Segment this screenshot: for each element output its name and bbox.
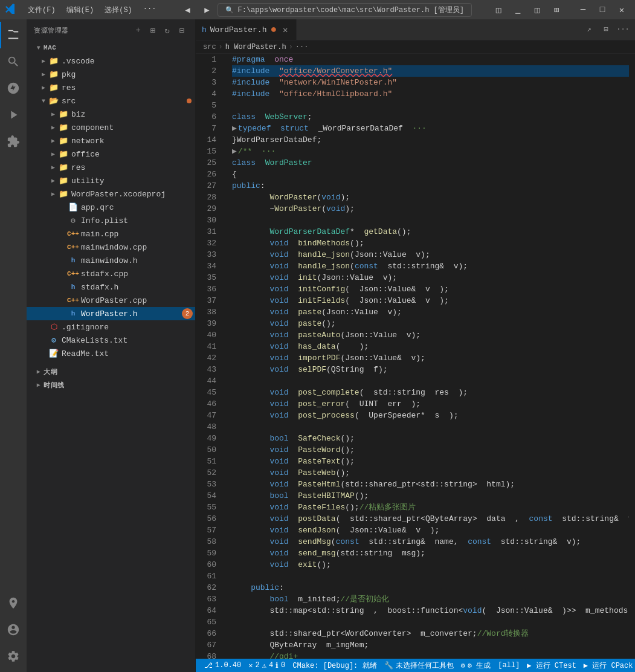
- activity-files[interactable]: [0, 22, 27, 48]
- code-line-40: void pasteAuto(Json::Value v);: [232, 329, 629, 341]
- status-git-branch[interactable]: ⎇ 1.0.40: [201, 659, 245, 672]
- tree-root-mac[interactable]: ▼ MAC: [27, 41, 195, 54]
- tree-item-network[interactable]: ▶ 📁 network: [27, 134, 195, 147]
- ln-14: 14: [198, 134, 216, 146]
- tree-section-outline[interactable]: ▶ 大纲: [27, 365, 195, 378]
- breadcrumb-src[interactable]: src: [203, 43, 216, 51]
- status-errors[interactable]: ✕ 2 ⚠ 4 ℹ 0: [245, 659, 289, 672]
- ln-27: 27: [198, 180, 216, 192]
- activity-account[interactable]: [0, 616, 27, 643]
- xcodeproj-label: WordPaster.xcodeproj: [71, 190, 195, 199]
- breadcrumb-file[interactable]: h WordPaster.h: [225, 43, 286, 51]
- new-folder-btn[interactable]: ⊞: [147, 24, 159, 36]
- refresh-btn[interactable]: ↻: [161, 24, 173, 36]
- tree-item-utility[interactable]: ▶ 📁 utility: [27, 174, 195, 187]
- network-arrow: ▶: [48, 137, 58, 144]
- activity-search[interactable]: [0, 48, 27, 75]
- fold-7[interactable]: ▶: [232, 123, 237, 134]
- tree-item-biz[interactable]: ▶ 📁 biz: [27, 108, 195, 121]
- ln-39: 39: [198, 318, 216, 329]
- new-file-btn[interactable]: +: [132, 24, 144, 36]
- menu-select[interactable]: 选择(S): [100, 4, 137, 16]
- struct-end-name: WordParserDataDef: [237, 134, 317, 146]
- tab-action-split[interactable]: ⊟: [599, 22, 613, 37]
- tree-item-stdafx-h[interactable]: ▶ h stdafx.h: [27, 280, 195, 294]
- tab-action-more[interactable]: ···: [616, 22, 630, 37]
- layout-btn-2[interactable]: ⎯: [509, 3, 526, 16]
- tree-item-app-qrc[interactable]: ▶ 📄 app.qrc: [27, 201, 195, 214]
- biz-label: biz: [71, 110, 195, 119]
- tree-section-timeline[interactable]: ▶ 时间线: [27, 378, 195, 392]
- tree-item-office[interactable]: ▶ 📁 office: [27, 147, 195, 161]
- tree-item-res-root[interactable]: ▶ 📁 res: [27, 81, 195, 94]
- tree-item-mainwindow-h[interactable]: ▶ h mainwindow.h: [27, 254, 195, 267]
- tree-item-vscode[interactable]: ▶ 📁 .vscode: [27, 54, 195, 68]
- editor-scrollbar[interactable]: [629, 54, 635, 659]
- wrench-icon: 🔧: [384, 661, 393, 670]
- status-run-cpack[interactable]: ▶ 运行 CPack: [580, 659, 635, 672]
- tree-item-mainwindow-cpp[interactable]: ▶ C++ mainwindow.cpp: [27, 241, 195, 254]
- status-cmake[interactable]: CMake: [Debug]: 就绪: [289, 659, 380, 672]
- tree-item-res-src[interactable]: ▶ 📁 res: [27, 161, 195, 174]
- tree-item-cmakelists[interactable]: ▶ ⚙ CMakeLists.txt: [27, 334, 195, 347]
- tree-item-gitignore[interactable]: ▶ ⬡ .gitignore: [27, 320, 195, 334]
- folder-icon: 📁: [58, 176, 69, 186]
- include-path-4: "office/HtmlClipboard.h": [279, 88, 392, 100]
- collapse-btn[interactable]: ⊟: [176, 24, 188, 36]
- activity-run[interactable]: [0, 102, 27, 128]
- tree-item-wordpaster-cpp[interactable]: ▶ C++ WordPaster.cpp: [27, 294, 195, 307]
- layout-btn-1[interactable]: ◫: [490, 3, 507, 16]
- status-run-ctest[interactable]: ▶ 运行 CTest: [523, 659, 580, 672]
- layout-btn-4[interactable]: ⊞: [548, 3, 565, 16]
- breadcrumb-more[interactable]: ···: [295, 43, 309, 51]
- fold-15[interactable]: ▶: [232, 146, 237, 157]
- tab-action-open-editors[interactable]: ↗: [582, 22, 596, 37]
- tab-wordpaster-h[interactable]: h WordPaster.h ● ✕: [196, 19, 297, 40]
- tab-close-btn[interactable]: ✕: [280, 25, 290, 34]
- ln-31: 31: [198, 226, 216, 237]
- activity-remote[interactable]: [0, 590, 27, 616]
- tree-item-readme[interactable]: ▶ 📝 ReadMe.txt: [27, 347, 195, 360]
- all-label: [all]: [498, 661, 520, 670]
- tree-item-component[interactable]: ▶ 📁 component: [27, 121, 195, 134]
- minimize-btn[interactable]: ─: [575, 3, 591, 16]
- code-content[interactable]: #pragma once #include "office/WordConver…: [222, 54, 629, 659]
- activity-git[interactable]: [0, 75, 27, 102]
- menu-more[interactable]: ···: [138, 4, 161, 16]
- nav-back-btn[interactable]: ◀: [179, 3, 196, 16]
- ln-58: 58: [198, 536, 216, 548]
- tree-item-pkg[interactable]: ▶ 📁 pkg: [27, 68, 195, 81]
- layout-btn-3[interactable]: ◫: [529, 3, 546, 16]
- code-line-26: {: [232, 169, 629, 180]
- fn-54: PasteHBITMAP: [298, 490, 355, 502]
- tree-item-main-cpp[interactable]: ▶ C++ main.cpp: [27, 227, 195, 241]
- code-line-39: void paste();: [232, 318, 629, 329]
- menu-file[interactable]: 文件(F): [23, 4, 60, 16]
- tree-item-src[interactable]: ▼ 📂 src: [27, 94, 195, 108]
- menu-edit[interactable]: 编辑(E): [62, 4, 99, 16]
- tree-item-xcodeproj[interactable]: ▶ 📁 WordPaster.xcodeproj: [27, 187, 195, 201]
- ln-44: 44: [198, 375, 216, 387]
- code-line-57: void sendJson( Json::Value& v );: [232, 525, 629, 536]
- build-label: ⚙ 生成: [468, 661, 491, 671]
- close-btn[interactable]: ✕: [613, 3, 630, 16]
- titlebar-path[interactable]: 🔍 F:\apps\wordpaster\code\mac\src\WordPa…: [218, 3, 471, 17]
- tree-item-stdafx-cpp[interactable]: ▶ C++ stdafx.cpp: [27, 267, 195, 280]
- maximize-btn[interactable]: □: [594, 3, 611, 16]
- activity-settings[interactable]: [0, 643, 27, 670]
- ln-49: 49: [198, 433, 216, 444]
- mac-arrow: ▼: [34, 45, 44, 51]
- code-editor: 1 2 3 4 5 6 7 14 15 25 26 27 28 29 30 31…: [196, 54, 635, 659]
- stdafx-h-label: stdafx.h: [81, 283, 195, 292]
- tree-item-wordpaster-h[interactable]: ▶ h WordPaster.h 2: [27, 307, 195, 320]
- main-cpp-label: main.cpp: [81, 230, 195, 239]
- status-all[interactable]: [all]: [494, 659, 523, 672]
- status-build[interactable]: ⚙ ⚙ 生成: [457, 659, 495, 672]
- status-no-kit[interactable]: 🔧 未选择任何工具包: [381, 659, 457, 672]
- activity-extensions[interactable]: [0, 128, 27, 155]
- folder-icon: 📁: [58, 136, 69, 146]
- fn-41: has_data: [298, 341, 335, 352]
- nav-forward-btn[interactable]: ▶: [198, 3, 215, 16]
- tree-item-info-plist[interactable]: ▶ ⚙ Info.plist: [27, 214, 195, 227]
- build-icon: ⚙: [461, 661, 465, 670]
